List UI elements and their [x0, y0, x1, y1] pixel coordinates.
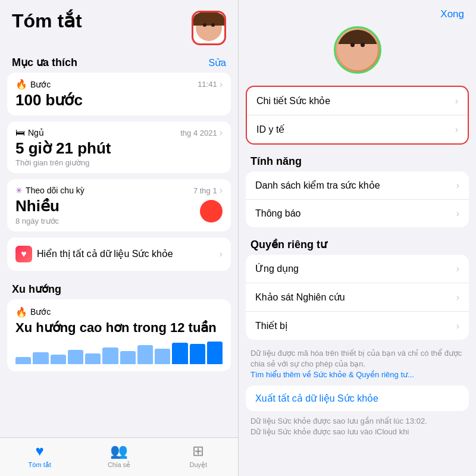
- sleep-card-item[interactable]: 🛏 Ngủ thg 4 2021 › 5 giờ 21 phút Thời gi…: [7, 121, 231, 173]
- apps-chevron-icon: ›: [456, 264, 459, 274]
- trends-bar-chart: [15, 340, 223, 364]
- sleep-label: 🛏 Ngủ: [15, 127, 44, 138]
- right-avatar-section: [239, 20, 476, 86]
- trends-item-value: Xu hướng cao hơn trong 12 tuần: [15, 320, 223, 336]
- cycle-time: 7 thg 1: [193, 186, 217, 195]
- trends-header: Xu hướng: [7, 277, 231, 299]
- bar-3: [51, 355, 66, 364]
- bar-12: [207, 342, 223, 364]
- notifications-label: Thông báo: [255, 208, 301, 219]
- right-eye-left: [350, 43, 355, 47]
- right-memoji-hair: [337, 30, 378, 44]
- sleep-card: 🛏 Ngủ thg 4 2021 › 5 giờ 21 phút Thời gi…: [7, 121, 231, 173]
- notifications-item[interactable]: Thông báo ›: [246, 199, 469, 227]
- steps-card-item[interactable]: 🔥 Bước 11:41 › 100 bước: [7, 73, 231, 115]
- left-header: Tóm tắt: [0, 0, 238, 50]
- bar-8: [137, 345, 153, 364]
- bar-9: [155, 349, 170, 364]
- steps-time-row: 11:41 ›: [198, 79, 223, 90]
- right-scroll-area: Chi tiết Sức khỏe › ID y tế › Tính năng …: [239, 86, 476, 476]
- devices-chevron-icon: ›: [456, 321, 459, 331]
- backup-info-text: Dữ liệu Sức khỏe được sao lưu gần nhất l…: [246, 414, 469, 440]
- left-panel: Tóm tắt Mục ưa thích Sửa 🔥 Bướ: [0, 0, 238, 476]
- sleep-time: thg 4 2021: [180, 129, 217, 137]
- research-privacy-item[interactable]: Khảo sát Nghiên cứu ›: [246, 283, 469, 311]
- bar-2: [33, 352, 48, 364]
- summary-nav-icon: ♥: [36, 443, 44, 459]
- profile-avatar-button[interactable]: [192, 11, 226, 45]
- steps-time: 11:41: [198, 80, 217, 89]
- nav-item-browse[interactable]: ⊞ Duyệt: [159, 443, 238, 469]
- avatar: [196, 15, 222, 41]
- right-eye-right: [361, 43, 365, 47]
- privacy-title: Quyền riêng tư: [246, 233, 469, 255]
- steps-value: 100 bước: [15, 91, 223, 109]
- right-panel: Xong Chi tiết Sức khỏe › ID y tế ›: [239, 0, 476, 476]
- cycle-card-item[interactable]: ✳ Theo dõi chu kỳ 7 thg 1 › Nhiều 8 ngày…: [7, 179, 231, 231]
- cycle-chevron-icon: ›: [220, 185, 223, 196]
- research-label: Khảo sát Nghiên cứu: [255, 292, 345, 303]
- medical-id-chevron-icon: ›: [455, 124, 458, 135]
- steps-card: 🔥 Bước 11:41 › 100 bước: [7, 73, 231, 115]
- privacy-learn-more-link[interactable]: Tìm hiểu thêm về Sức khỏe & Quyền riêng …: [250, 370, 414, 379]
- health-details-item[interactable]: Chi tiết Sức khỏe ›: [247, 87, 468, 115]
- memoji-left-eye: [203, 23, 206, 27]
- sleep-chevron-icon: ›: [220, 127, 223, 138]
- devices-label: Thiết bị: [255, 320, 287, 331]
- privacy-description: Dữ liệu được mã hóa trên thiết bị của bạ…: [246, 346, 469, 386]
- memoji-right-eye: [211, 23, 215, 27]
- trends-card[interactable]: 🔥 Bước Xu hướng cao hơn trong 12 tuần: [7, 299, 231, 371]
- edit-button[interactable]: Sửa: [208, 57, 226, 68]
- right-header: Xong: [239, 0, 476, 20]
- cycle-label-row: ✳ Theo dõi chu kỳ 7 thg 1 ›: [15, 185, 223, 196]
- browse-nav-label: Duyệt: [190, 461, 208, 469]
- medical-id-label: ID y tế: [256, 124, 284, 135]
- medical-id-item[interactable]: ID y tế ›: [247, 115, 468, 143]
- share-nav-icon: 👥: [110, 443, 128, 459]
- apps-label: Ứng dụng: [255, 263, 299, 274]
- features-card: Danh sách kiểm tra sức khỏe › Thông báo …: [246, 171, 469, 227]
- devices-privacy-item[interactable]: Thiết bị ›: [246, 311, 469, 340]
- steps-chevron-icon: ›: [220, 79, 223, 90]
- apps-privacy-item[interactable]: Ứng dụng ›: [246, 255, 469, 283]
- right-memoji-face: [337, 30, 378, 70]
- bar-11: [190, 344, 205, 364]
- bar-1: [15, 357, 31, 364]
- sleep-icon: 🛏: [15, 127, 25, 138]
- show-all-health-left: ♥ Hiển thị tất cả dữ liệu Sức khỏe: [15, 246, 173, 262]
- sleep-value: 5 giờ 21 phút: [15, 139, 223, 158]
- show-all-health-button[interactable]: ♥ Hiển thị tất cả dữ liệu Sức khỏe ›: [7, 237, 231, 271]
- cycle-dot-indicator: [200, 200, 223, 223]
- heart-icon: ♥: [15, 246, 32, 262]
- show-all-chevron-icon: ›: [220, 249, 223, 259]
- privacy-card: Ứng dụng › Khảo sát Nghiên cứu › Thiết b…: [246, 255, 469, 340]
- bar-10: [172, 343, 187, 364]
- cycle-value: Nhiều: [15, 197, 200, 215]
- cycle-value-row: Nhiều 8 ngày trước: [15, 197, 223, 225]
- bar-5: [85, 353, 101, 364]
- checklist-item[interactable]: Danh sách kiểm tra sức khỏe ›: [246, 171, 469, 199]
- checklist-chevron-icon: ›: [456, 180, 459, 191]
- cycle-sub: 8 ngày trước: [15, 217, 200, 226]
- health-details-label: Chi tiết Sức khỏe: [256, 95, 330, 107]
- nav-item-summary[interactable]: ♥ Tóm tắt: [0, 443, 79, 469]
- nav-item-share[interactable]: 👥 Chia sẻ: [79, 443, 158, 469]
- features-title: Tính năng: [246, 151, 469, 171]
- cycle-icon: ✳: [15, 186, 23, 195]
- steps-label: 🔥 Bước: [15, 79, 51, 90]
- trends-item-label: 🔥 Bước: [15, 306, 223, 318]
- cycle-value-left: Nhiều 8 ngày trước: [15, 197, 200, 225]
- bar-7: [120, 351, 136, 364]
- summary-nav-label: Tóm tắt: [29, 461, 51, 469]
- sleep-sub: Thời gian trên giường: [15, 158, 223, 167]
- cycle-time-row: 7 thg 1 ›: [193, 185, 223, 196]
- bar-6: [102, 347, 118, 364]
- checklist-label: Danh sách kiểm tra sức khỏe: [255, 180, 380, 191]
- cycle-label: ✳ Theo dõi chu kỳ: [15, 186, 84, 195]
- export-health-button[interactable]: Xuất tất cả dữ liệu Sức khỏe: [246, 386, 469, 411]
- show-all-health-label: Hiển thị tất cả dữ liệu Sức khỏe: [37, 248, 173, 259]
- done-button[interactable]: Xong: [440, 8, 464, 20]
- memoji-eyes-decoration: [203, 23, 215, 27]
- right-memoji-eyes: [350, 43, 365, 47]
- trends-title: Xu hướng: [12, 283, 61, 296]
